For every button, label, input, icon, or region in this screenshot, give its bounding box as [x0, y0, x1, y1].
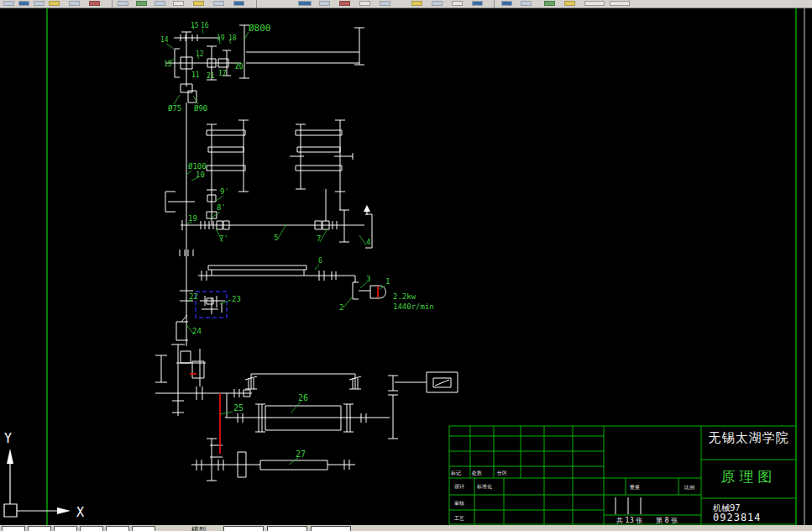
toolbar-icon-fragment[interactable]	[173, 1, 184, 6]
toolbar-icon-fragment[interactable]	[501, 1, 512, 6]
drawing-label: 21	[207, 72, 215, 80]
drawing-label: 2.2kw	[393, 292, 416, 301]
toolbar-icon-fragment[interactable]	[89, 1, 100, 6]
toolbar-separator	[256, 0, 257, 8]
toolbar-separator	[112, 0, 113, 8]
toolbar-icon-fragment[interactable]	[233, 1, 244, 6]
drawing-label: 24	[192, 327, 202, 335]
drawing-label: 8'	[217, 203, 226, 212]
toolbar-icon-fragment[interactable]	[34, 1, 45, 6]
status-cell	[132, 526, 155, 531]
main-shaft	[181, 209, 372, 248]
intermediate-shaft-25	[155, 386, 252, 400]
toolbar-icon-fragment[interactable]	[18, 1, 29, 6]
toolbar-icon-fragment[interactable]	[544, 1, 555, 6]
drum-assembly-26	[225, 372, 458, 439]
drawing-label: 16	[201, 22, 209, 29]
title-block-stage-ticks	[616, 497, 641, 514]
toolbar-icon-fragment[interactable]	[298, 1, 312, 6]
drawing-label: 18	[228, 34, 237, 42]
toolbar-icon-fragment[interactable]	[155, 1, 165, 6]
toolbar-icon-fragment[interactable]	[193, 1, 204, 6]
toolbar-icon-fragment[interactable]	[339, 1, 350, 6]
drawing-label: 6	[318, 257, 322, 265]
field-review: 审核	[454, 500, 464, 507]
drawing-label: 17	[218, 70, 227, 77]
ucs-x-label: X	[76, 505, 84, 520]
status-cell	[80, 526, 103, 531]
drawing-label: 12	[196, 50, 204, 58]
toolbar-icon-fragment[interactable]	[380, 1, 390, 6]
drawing-label: 1	[385, 277, 390, 286]
title-block-drawing-title: 原理图	[702, 467, 795, 486]
gear-group-23	[200, 296, 225, 314]
cad-canvas[interactable]: Ø8001413151619181217201121Ø75Ø90Ø100109'…	[0, 8, 812, 525]
drawing-label: 26	[298, 393, 308, 402]
toolbar-icon-fragment[interactable]	[452, 1, 463, 6]
sheet-frame	[47, 8, 796, 525]
drawing-label: 19	[188, 214, 197, 223]
toolbar-icon-fragment[interactable]	[49, 1, 60, 6]
sheet-number: 第 8 张	[656, 516, 678, 525]
tab-layout-2[interactable]	[267, 526, 307, 531]
toolbar-icon-fragment[interactable]	[584, 1, 605, 6]
toolbar-icon-fragment[interactable]	[118, 1, 128, 6]
tab-layout-1[interactable]	[223, 526, 264, 531]
drawing-label: 27	[296, 450, 306, 459]
drawing-label: 2	[339, 303, 343, 312]
drawing-label: 7'	[219, 234, 228, 243]
drawing-label: 20	[235, 63, 244, 71]
drawing-label: 19	[217, 34, 225, 42]
toolbar-icon-fragment[interactable]	[472, 1, 483, 6]
toolbar-icon-fragment[interactable]	[411, 1, 422, 6]
drawing-label: 3	[366, 275, 370, 283]
toolbar-icon-fragment[interactable]	[564, 1, 575, 6]
toolbar-icon-fragment[interactable]	[521, 1, 532, 6]
toolbar-icon-fragment[interactable]	[213, 1, 224, 6]
title-block-student-number: 0923814	[713, 512, 762, 523]
toolbar-icon-fragment[interactable]	[359, 1, 370, 6]
toolbar-icon-fragment[interactable]	[136, 1, 147, 6]
output-shaft-27	[191, 439, 355, 481]
field-weight: 重量	[630, 484, 640, 492]
clutch-bracket	[165, 192, 195, 212]
belt-drive	[198, 266, 355, 282]
drawing-label: 22	[189, 292, 198, 301]
feed-gear-stack-right	[290, 120, 353, 221]
drawing-label: Ø75	[168, 104, 181, 113]
tab-model[interactable]: 模型	[191, 525, 207, 531]
toolbar-icon-fragment[interactable]	[319, 1, 330, 6]
ucs-x-arrowhead	[57, 507, 71, 514]
toolbar-icon-fragment[interactable]	[610, 1, 630, 6]
field-scale: 比例	[684, 484, 694, 492]
tab-layout-3[interactable]	[311, 526, 351, 531]
drawing-label: 11	[191, 71, 200, 79]
toolbar-icon-fragment[interactable]	[69, 1, 80, 6]
drawing-label: Ø800	[249, 23, 271, 34]
cad-application-window: { "drawing": { "colors": { "line": "#fff…	[0, 0, 812, 531]
annotation-leaders	[166, 25, 385, 465]
ucs-icon	[4, 449, 71, 517]
schematic-drawing[interactable]	[155, 25, 458, 481]
worm-gear-cluster	[155, 344, 206, 416]
field-standardize: 标准化	[477, 483, 492, 491]
status-cell	[28, 526, 51, 531]
toolbar-icon-fragment[interactable]	[3, 1, 14, 6]
field-design: 设计	[454, 483, 464, 491]
top-toolbar[interactable]	[0, 0, 812, 8]
toolbar-separator	[494, 0, 495, 8]
drawing-label: 23	[232, 295, 241, 303]
sheet-total: 共 13 张	[616, 516, 642, 525]
status-bar[interactable]: 模型	[0, 525, 812, 531]
drawing-label: 1440r/min	[393, 302, 434, 311]
drawing-svg[interactable]: Ø8001413151619181217201121Ø75Ø90Ø100109'…	[0, 8, 812, 525]
toolbar-icon-fragment[interactable]	[432, 1, 443, 6]
drawing-label: Ø90	[194, 104, 207, 113]
feed-gear-stack-left	[207, 120, 249, 225]
bevel-gear-pair	[181, 82, 196, 202]
highlighted-entities[interactable]	[190, 287, 378, 454]
field-zone: 分区	[497, 470, 507, 477]
drawing-label: 7	[317, 234, 321, 243]
ucs-y-arrowhead	[7, 449, 13, 464]
drawing-label: 4	[366, 238, 370, 246]
